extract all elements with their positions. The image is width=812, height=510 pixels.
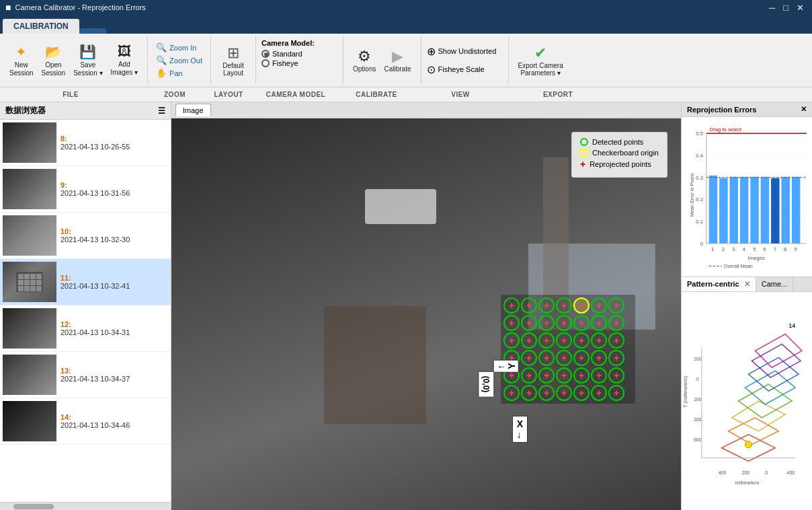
tab-camera-centric-label: Came... [762,280,788,288]
reprojection-errors-title: Reprojection Errors [687,106,756,114]
sidebar: 数据浏览器 ☰ 8: 2021-04-13 10-26-55 9: 2021-0… [0,102,171,510]
pan-label: Pan [169,69,183,77]
zoom-group-label: ZOOM [141,87,208,102]
toolbar: ✦ NewSession 📂 OpenSession 💾 SaveSession… [0,34,812,87]
calibrate-button[interactable]: ▶ Calibrate [380,40,415,81]
tab-pattern-centric-close[interactable]: ✕ [744,280,750,288]
sidebar-item-info-9: 9: 2021-04-13 10-31-56 [60,181,130,197]
open-session-button[interactable]: 📂 OpenSession [38,40,70,81]
new-session-button[interactable]: ✦ NewSession [5,40,38,81]
thumbnail-8 [3,122,56,163]
options-button[interactable]: ⚙ Options [349,40,380,81]
sidebar-item-date-12: 2021-04-13 10-34-31 [60,328,130,336]
sidebar-item-9[interactable]: 9: 2021-04-13 10-31-56 [0,166,171,213]
cb-cell-0-6 [608,297,624,314]
sidebar-item-num-10: 10: [60,227,130,235]
svg-text:0.4: 0.4 [696,153,703,159]
restore-button[interactable]: □ [780,3,791,13]
cb-cell-3-2 [538,350,555,366]
sidebar-item-num-12: 12: [60,320,130,328]
svg-text:7: 7 [774,246,776,252]
export-params-icon: ✔ [534,44,546,62]
show-undistorted-button[interactable]: ⊕ Show Undistorted [427,42,497,61]
cb-cell-4-3 [556,367,572,384]
view-group-label: VIEW [410,87,511,102]
add-images-button[interactable]: 🖼 AddImages ▾ [107,40,143,81]
export-params-button[interactable]: ✔ Export CameraParameters ▾ [514,40,567,81]
sidebar-title: 数据浏览器 [5,105,46,116]
svg-text:0.3: 0.3 [696,175,703,181]
tab-calibration[interactable]: CALIBRATION [3,19,79,34]
fisheye-scale-icon: ⊙ [427,63,436,76]
fisheye-scale-button[interactable]: ⊙ Fisheye Scale [427,61,485,79]
save-session-button[interactable]: 💾 SaveSession ▾ [69,40,106,81]
tab-camera-centric[interactable]: Came... [756,277,794,291]
image-tab[interactable]: Image [175,104,211,116]
sidebar-menu-icon[interactable]: ☰ [158,106,165,116]
options-label: Options [353,65,376,73]
camera-model-fisheye-row[interactable]: Fisheye [261,59,337,67]
cb-cell-0-4 [573,297,590,314]
tab-pattern-centric[interactable]: Pattern-centric ✕ [682,277,756,291]
cb-cell-2-2 [538,332,555,349]
pan-button[interactable]: ✋ Pan [153,67,186,79]
open-session-label: OpenSession [42,61,66,77]
cb-cell-4-4 [573,367,590,384]
legend-checkerboard-origin: Checkerboard origin [580,149,659,157]
file-group-label: FILE [0,87,141,102]
save-session-icon: 💾 [79,44,96,60]
layout-group-label: LAYOUT [208,87,249,102]
svg-text:9: 9 [795,246,797,252]
svg-text:200: 200 [742,470,750,475]
default-layout-icon: ⊞ [227,44,239,62]
zoom-out-button[interactable]: 🔍 Zoom Out [153,54,205,67]
bar-2 [719,178,728,244]
camera-model-standard-label: Standard [272,50,302,58]
calibrate-group-label: CALIBRATE [343,87,410,102]
legend-origin-icon [580,149,588,157]
svg-text:0.5: 0.5 [696,131,703,137]
open-session-icon: 📂 [45,44,62,60]
svg-text:5: 5 [753,246,756,252]
zoom-in-button[interactable]: 🔍 Zoom In [153,41,199,54]
toolbar-camera-model-group: Camera Model: Standard Fisheye [256,36,343,84]
sidebar-horizontal-scrollbar[interactable] [0,502,171,510]
cb-cell-5-1 [521,385,537,401]
bar-6 [761,177,770,244]
default-layout-button[interactable]: ⊞ DefaultLayout [216,40,250,81]
svg-text:100: 100 [694,397,702,402]
camera-model-fisheye-label: Fisheye [272,59,298,67]
svg-text:millimeters: millimeters [735,480,760,486]
cb-cell-2-4 [573,332,590,349]
sidebar-item-10[interactable]: 10: 2021-04-13 10-32-30 [0,213,171,259]
reprojection-errors-close[interactable]: ✕ [801,105,807,114]
cb-cell-5-0 [503,385,520,401]
sidebar-item-info-13: 13: 2021-04-13 10-34-37 [60,367,130,383]
options-icon: ⚙ [358,48,371,65]
sidebar-item-11[interactable]: 11: 2021-04-13 10-32-41 [0,259,171,305]
tab-pattern-centric-label: Pattern-centric [687,280,739,288]
toolbar-calibrate-group: ⚙ Options ▶ Calibrate [343,36,421,84]
svg-text:400: 400 [719,470,727,475]
show-undistorted-icon: ⊕ [427,45,436,58]
sidebar-scroll-thumb[interactable] [13,504,54,509]
cb-cell-5-5 [591,385,607,401]
sidebar-item-14[interactable]: 14: 2021-04-13 10-34-46 [0,398,171,445]
cb-cell-3-6 [608,350,624,366]
sidebar-item-12[interactable]: 12: 2021-04-13 10-34-31 [0,305,171,352]
legend-origin-label: Checkerboard origin [592,149,659,157]
drag-hint-text: Drag to select [710,126,742,133]
svg-text:6: 6 [763,246,766,252]
minimize-button[interactable]: ─ [766,3,778,13]
sidebar-item-num-9: 9: [60,181,130,189]
cb-cell-1-4 [573,315,590,331]
camera-model-title: Camera Model: [261,39,337,47]
camera-model-standard-row[interactable]: Standard [261,50,337,58]
cb-cell-2-0 [503,332,520,349]
svg-text:-400: -400 [785,470,795,475]
sidebar-item-13[interactable]: 13: 2021-04-13 10-34-37 [0,352,171,398]
cb-cell-4-6 [608,367,624,384]
close-button[interactable]: ✕ [794,3,807,13]
sidebar-item-8[interactable]: 8: 2021-04-13 10-26-55 [0,120,171,166]
tab-second[interactable] [79,28,106,34]
